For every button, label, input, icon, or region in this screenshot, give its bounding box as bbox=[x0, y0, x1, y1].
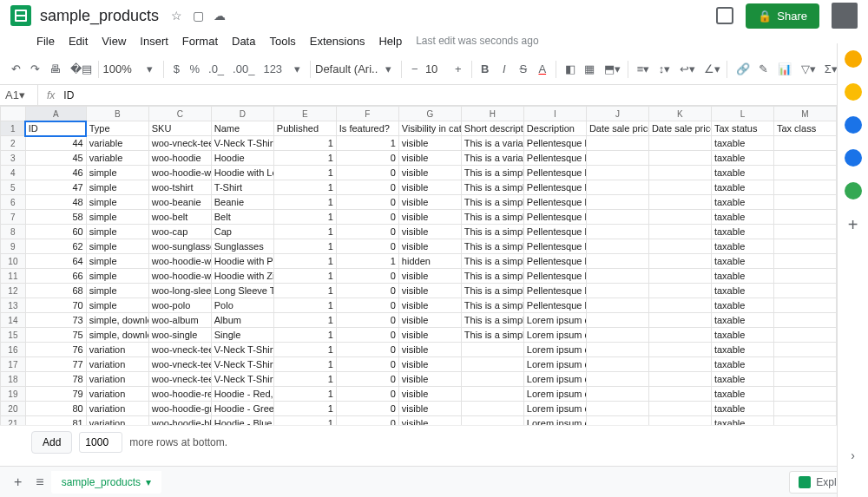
cell[interactable]: Pellentesque habitant morbi tristique se… bbox=[523, 225, 586, 239]
cell[interactable]: 1 bbox=[273, 372, 336, 387]
cell[interactable] bbox=[773, 136, 836, 151]
cell[interactable]: 0 bbox=[336, 357, 398, 372]
col-header-B[interactable]: B bbox=[86, 107, 148, 121]
cell[interactable]: 1 bbox=[273, 166, 336, 180]
cell[interactable] bbox=[773, 166, 836, 180]
col-header-J[interactable]: J bbox=[586, 107, 648, 121]
cell[interactable]: Published bbox=[273, 121, 336, 136]
cell[interactable]: 0 bbox=[336, 225, 398, 239]
format-[interactable]: % bbox=[185, 59, 204, 79]
cell[interactable] bbox=[648, 239, 711, 254]
cell[interactable]: Hoodie with Pocket bbox=[211, 254, 273, 269]
cell[interactable]: Type bbox=[86, 121, 148, 136]
format-[interactable]: $ bbox=[168, 59, 185, 79]
cell[interactable] bbox=[648, 180, 711, 195]
cell[interactable]: V-Neck T-Shirt bbox=[211, 136, 273, 151]
redo-button[interactable]: ↷ bbox=[26, 59, 43, 79]
cell[interactable] bbox=[461, 387, 523, 402]
add-rows-button[interactable]: Add bbox=[31, 431, 72, 454]
cell[interactable]: 58 bbox=[25, 210, 86, 225]
menu-help[interactable]: Help bbox=[378, 35, 402, 48]
cell[interactable]: Lorem ipsum dolor sit amet, consectetur … bbox=[523, 402, 586, 416]
cell[interactable]: 1 bbox=[273, 239, 336, 254]
fill-color-button[interactable]: ◧ bbox=[561, 59, 579, 79]
cell[interactable]: simple bbox=[86, 166, 148, 180]
cell[interactable]: visible bbox=[398, 372, 461, 387]
cell[interactable]: Pellentesque habitant morbi tristique se… bbox=[523, 180, 586, 195]
cell[interactable]: visible bbox=[398, 195, 461, 210]
row-header[interactable]: 12 bbox=[1, 284, 26, 298]
cell[interactable]: 1 bbox=[273, 195, 336, 210]
cell[interactable]: Pellentesque habitant morbi tristique se… bbox=[523, 166, 586, 180]
row-header[interactable]: 2 bbox=[1, 136, 26, 151]
cell[interactable] bbox=[648, 269, 711, 284]
cell[interactable]: 68 bbox=[25, 284, 86, 298]
cell[interactable]: 0 bbox=[336, 343, 398, 357]
cell[interactable]: Name bbox=[211, 121, 273, 136]
cell[interactable]: hidden bbox=[398, 254, 461, 269]
cell[interactable] bbox=[773, 225, 836, 239]
add-rows-count-input[interactable] bbox=[79, 432, 122, 453]
addons-button[interactable]: + bbox=[848, 215, 858, 235]
cell[interactable]: woo-beanie bbox=[148, 195, 211, 210]
cell[interactable]: 1 bbox=[273, 225, 336, 239]
cell[interactable]: 0 bbox=[336, 387, 398, 402]
cell[interactable]: woo-single bbox=[148, 328, 211, 343]
cell[interactable]: Long Sleeve Tee bbox=[211, 284, 273, 298]
menu-file[interactable]: File bbox=[36, 35, 55, 48]
cell[interactable]: 62 bbox=[25, 239, 86, 254]
cell[interactable] bbox=[648, 298, 711, 313]
row-header[interactable]: 20 bbox=[1, 402, 26, 416]
cell[interactable]: Is featured? bbox=[336, 121, 398, 136]
cell[interactable] bbox=[648, 343, 711, 357]
cell[interactable]: 1 bbox=[273, 284, 336, 298]
cell[interactable]: 48 bbox=[25, 195, 86, 210]
cell[interactable]: Pellentesque habitant morbi tristique se… bbox=[523, 195, 586, 210]
cell[interactable]: This is a simple bbox=[461, 210, 523, 225]
cell[interactable]: 1 bbox=[336, 136, 398, 151]
cell[interactable]: This is a simple bbox=[461, 166, 523, 180]
cell[interactable]: This is a simple bbox=[461, 180, 523, 195]
keep-icon[interactable] bbox=[845, 83, 862, 101]
cell[interactable] bbox=[586, 180, 648, 195]
cell[interactable]: 46 bbox=[25, 166, 86, 180]
row-header[interactable]: 15 bbox=[1, 328, 26, 343]
cell[interactable]: T-Shirt bbox=[211, 180, 273, 195]
cell[interactable]: 77 bbox=[25, 357, 86, 372]
cell[interactable] bbox=[586, 328, 648, 343]
cell[interactable]: Pellentesque habitant morbi tristique se… bbox=[523, 254, 586, 269]
tasks-icon[interactable] bbox=[845, 116, 862, 134]
cell[interactable]: Pellentesque habitant morbi tristique se… bbox=[523, 210, 586, 225]
cell[interactable] bbox=[773, 328, 836, 343]
cell[interactable]: visible bbox=[398, 402, 461, 416]
cell[interactable]: taxable bbox=[711, 402, 773, 416]
cell[interactable]: Tax status bbox=[711, 121, 773, 136]
row-header[interactable]: 5 bbox=[1, 180, 26, 195]
contacts-icon[interactable] bbox=[845, 149, 862, 167]
cell[interactable]: Hoodie - Green, bbox=[211, 402, 273, 416]
cell[interactable]: Pellentesque habitant morbi tristique se… bbox=[523, 284, 586, 298]
row-header[interactable]: 1 bbox=[1, 121, 26, 136]
col-header-L[interactable]: L bbox=[711, 107, 773, 121]
row-header[interactable]: 14 bbox=[1, 313, 26, 328]
cell[interactable]: visible bbox=[398, 269, 461, 284]
cell[interactable] bbox=[461, 357, 523, 372]
cell[interactable]: taxable bbox=[711, 180, 773, 195]
cell[interactable]: 70 bbox=[25, 298, 86, 313]
cell[interactable]: woo-hoodie-with bbox=[148, 166, 211, 180]
cell[interactable]: 66 bbox=[25, 269, 86, 284]
cell[interactable]: 0 bbox=[336, 239, 398, 254]
cell[interactable]: Date sale price starts bbox=[586, 121, 648, 136]
col-header-C[interactable]: C bbox=[148, 107, 211, 121]
share-button[interactable]: 🔒 Share bbox=[746, 3, 819, 29]
last-edit-text[interactable]: Last edit was seconds ago bbox=[416, 35, 538, 47]
filter-button[interactable]: ▽▾ bbox=[797, 59, 819, 79]
cell[interactable]: 47 bbox=[25, 180, 86, 195]
cell[interactable]: visible bbox=[398, 357, 461, 372]
cell[interactable]: This is a simple, bbox=[461, 313, 523, 328]
col-header-D[interactable]: D bbox=[211, 107, 273, 121]
cell[interactable]: visible bbox=[398, 151, 461, 166]
row-header[interactable]: 9 bbox=[1, 239, 26, 254]
cell[interactable]: Sunglasses bbox=[211, 239, 273, 254]
cell[interactable]: woo-album bbox=[148, 313, 211, 328]
